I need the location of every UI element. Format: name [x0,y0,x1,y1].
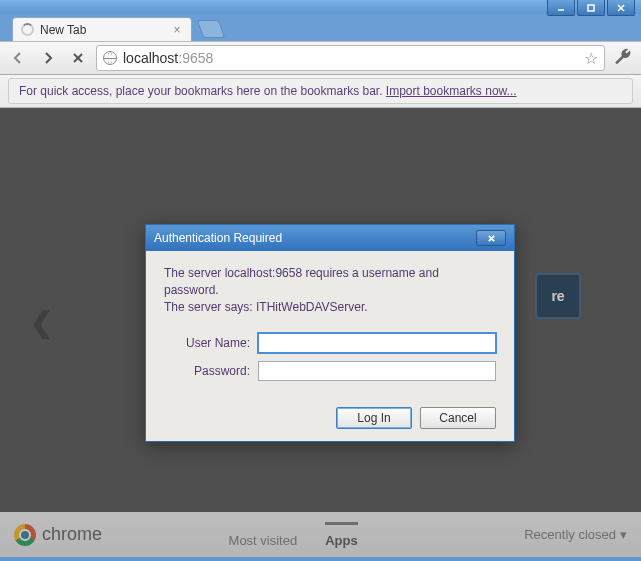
dialog-close-button[interactable] [476,230,506,246]
import-bookmarks-link[interactable]: Import bookmarks now... [386,84,517,98]
password-label: Password: [164,364,250,378]
window-bottom-border [0,557,641,561]
dialog-message-line2: The server says: ITHitWebDAVServer. [164,299,496,316]
dialog-body: The server localhost:9658 requires a use… [146,251,514,441]
dialog-message: The server localhost:9658 requires a use… [164,265,496,315]
url-text: localhost:9658 [123,50,213,66]
window-minimize-button[interactable] [547,0,575,16]
dialog-titlebar: Authentication Required [146,225,514,251]
bookmarks-hint-text: For quick access, place your bookmarks h… [19,84,386,98]
globe-icon [103,51,117,65]
username-input[interactable] [258,333,496,353]
cancel-button[interactable]: Cancel [420,407,496,429]
tab-close-button[interactable]: × [171,24,183,36]
password-input[interactable] [258,361,496,381]
new-tab-button[interactable] [197,20,226,38]
browser-toolbar: localhost:9658 ☆ [0,41,641,75]
username-label: User Name: [164,336,250,350]
dialog-title-text: Authentication Required [154,231,282,245]
svg-rect-1 [588,5,594,11]
tab-strip: New Tab × [0,14,641,41]
auth-dialog: Authentication Required The server local… [145,224,515,442]
username-row: User Name: [164,333,496,353]
login-button[interactable]: Log In [336,407,412,429]
loading-spinner-icon [21,23,34,36]
tab-title: New Tab [40,23,86,37]
password-row: Password: [164,361,496,381]
wrench-menu-button[interactable] [611,46,635,70]
bookmark-star-icon[interactable]: ☆ [584,49,598,68]
dialog-buttons: Log In Cancel [164,407,496,429]
stop-button[interactable] [66,46,90,70]
browser-tab[interactable]: New Tab × [12,17,192,41]
back-button[interactable] [6,46,30,70]
address-bar[interactable]: localhost:9658 ☆ [96,45,605,71]
window-titlebar [0,0,641,14]
window-maximize-button[interactable] [577,0,605,16]
window-close-button[interactable] [607,0,635,16]
dialog-message-line1: The server localhost:9658 requires a use… [164,265,496,299]
forward-button[interactable] [36,46,60,70]
bookmarks-bar: For quick access, place your bookmarks h… [0,75,641,108]
bookmarks-hint: For quick access, place your bookmarks h… [8,78,633,104]
